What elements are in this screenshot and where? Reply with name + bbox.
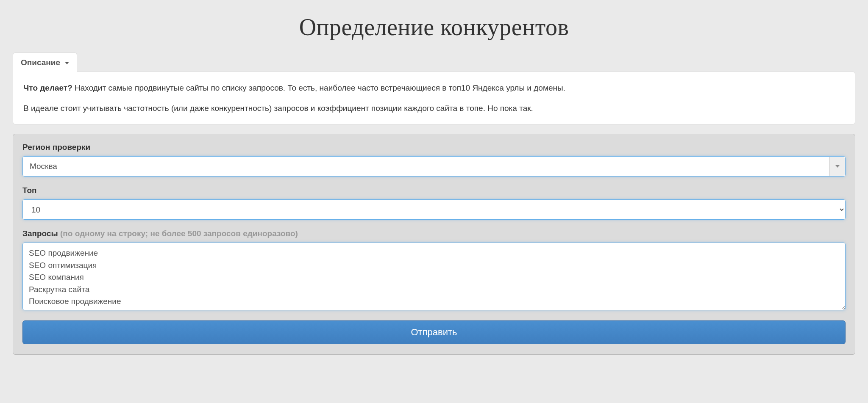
description-q-text: Находит самые продвинутые сайты по списк… — [72, 83, 565, 92]
description-line-2: В идеале стоит учитывать частотность (ил… — [23, 102, 845, 114]
top-select[interactable]: 10 — [22, 199, 846, 220]
form-group-region: Регион проверки Москва — [22, 143, 846, 177]
region-select-value: Москва — [30, 162, 57, 171]
form-block: Регион проверки Москва Топ 10 Запросы (п… — [13, 134, 855, 355]
description-tab-wrap: Описание Что делает? Находит самые продв… — [13, 52, 855, 124]
tab-description[interactable]: Описание — [13, 52, 77, 72]
form-group-queries: Запросы (по одному на строку; не более 5… — [22, 229, 846, 312]
description-panel: Что делает? Находит самые продвинутые са… — [13, 72, 855, 124]
description-q-label: Что делает? — [23, 83, 72, 92]
caret-down-icon — [65, 62, 69, 64]
description-line-1: Что делает? Находит самые продвинутые са… — [23, 82, 845, 94]
top-label: Топ — [22, 186, 846, 195]
form-group-top: Топ 10 — [22, 186, 846, 220]
region-select[interactable]: Москва — [22, 156, 846, 177]
queries-hint: (по одному на строку; не более 500 запро… — [58, 229, 298, 238]
region-select-arrow — [829, 157, 845, 176]
queries-textarea[interactable] — [22, 243, 846, 310]
chevron-down-icon — [835, 165, 840, 168]
tab-description-label: Описание — [21, 58, 60, 67]
page-container: Определение конкурентов Описание Что дел… — [0, 0, 868, 367]
page-title: Определение конкурентов — [13, 14, 855, 41]
region-label: Регион проверки — [22, 143, 846, 152]
queries-label: Запросы (по одному на строку; не более 5… — [22, 229, 846, 238]
queries-label-text: Запросы — [22, 229, 58, 238]
submit-button[interactable]: Отправить — [22, 320, 846, 344]
